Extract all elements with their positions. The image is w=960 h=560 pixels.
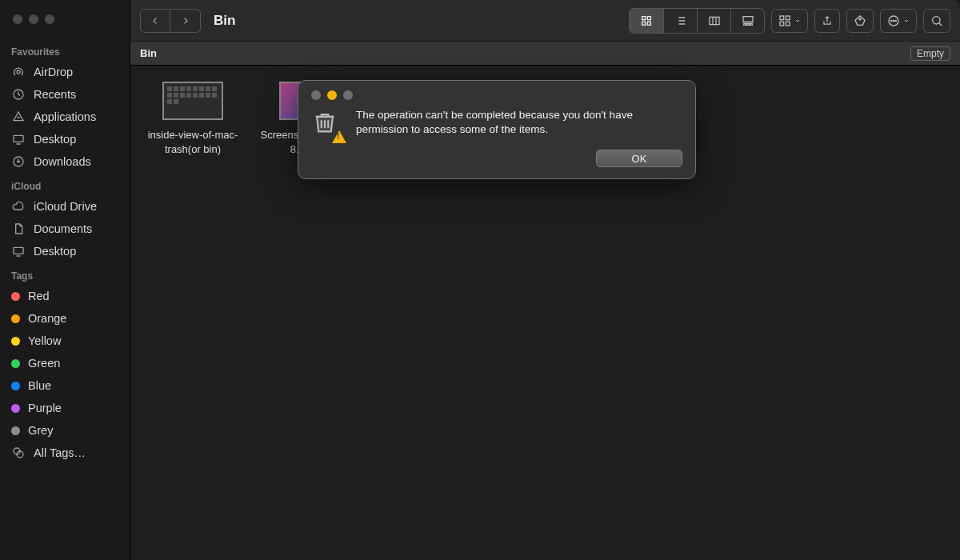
svg-point-25 xyxy=(933,16,940,23)
svg-point-24 xyxy=(895,20,896,21)
permission-error-dialog: The operation can't be completed because… xyxy=(298,80,696,179)
window-traffic-lights xyxy=(0,14,130,38)
action-menu-button[interactable] xyxy=(880,9,917,33)
sidebar-item-desktop-icloud[interactable]: Desktop xyxy=(0,240,130,262)
tag-dot-grey xyxy=(11,426,20,435)
svg-rect-15 xyxy=(750,23,752,25)
ellipsis-circle-icon xyxy=(887,14,900,27)
sidebar-item-label: Orange xyxy=(28,312,66,325)
sidebar-tag-green[interactable]: Green xyxy=(0,352,130,374)
tag-dot-yellow xyxy=(11,337,20,346)
svg-rect-11 xyxy=(710,17,719,24)
svg-rect-18 xyxy=(780,22,784,26)
sidebar-item-desktop[interactable]: Desktop xyxy=(0,128,130,150)
svg-point-20 xyxy=(859,18,861,20)
search-button[interactable] xyxy=(923,9,950,33)
dialog-minimize-icon[interactable] xyxy=(327,90,337,100)
sidebar-section-favourites: Favourites xyxy=(0,38,130,61)
sidebar: Favourites AirDrop Recents Applications … xyxy=(0,0,130,560)
close-window-icon[interactable] xyxy=(13,14,22,24)
ok-button[interactable]: OK xyxy=(596,150,682,167)
sidebar-tag-red[interactable]: Red xyxy=(0,285,130,307)
sidebar-item-label: iCloud Drive xyxy=(34,200,97,213)
svg-point-22 xyxy=(891,20,892,21)
clock-icon xyxy=(11,88,26,101)
dialog-message: The operation can't be completed because… xyxy=(356,108,682,140)
apps-icon xyxy=(11,110,26,123)
sidebar-item-recents[interactable]: Recents xyxy=(0,83,130,106)
svg-rect-12 xyxy=(743,16,753,22)
downloads-icon xyxy=(11,155,26,168)
sidebar-tag-orange[interactable]: Orange xyxy=(0,307,130,330)
svg-rect-2 xyxy=(14,135,23,142)
sidebar-section-tags: Tags xyxy=(0,262,130,285)
view-mode-group xyxy=(629,8,765,34)
chevron-down-icon xyxy=(794,18,801,24)
tag-dot-red xyxy=(11,292,20,301)
view-gallery-button[interactable] xyxy=(730,9,764,33)
file-item[interactable]: inside-view-of-mac-trash(or bin) xyxy=(137,82,249,156)
warning-badge-icon xyxy=(332,130,346,143)
share-icon xyxy=(822,14,833,27)
svg-rect-16 xyxy=(780,16,784,20)
svg-point-0 xyxy=(17,70,20,74)
back-button[interactable] xyxy=(140,9,170,33)
sidebar-item-airdrop[interactable]: AirDrop xyxy=(0,61,130,83)
file-thumbnail xyxy=(162,82,223,120)
view-columns-button[interactable] xyxy=(697,9,730,33)
zoom-window-icon[interactable] xyxy=(45,14,54,24)
view-icons-button[interactable] xyxy=(630,9,663,33)
sidebar-item-label: Recents xyxy=(34,88,76,101)
view-list-button[interactable] xyxy=(663,9,697,33)
forward-button[interactable] xyxy=(170,9,201,33)
svg-rect-8 xyxy=(647,16,650,19)
sidebar-item-label: Yellow xyxy=(28,334,61,347)
minimize-window-icon[interactable] xyxy=(29,14,38,24)
location-bar: Bin Empty xyxy=(130,42,960,66)
trash-warning-icon xyxy=(311,108,343,140)
svg-rect-19 xyxy=(786,22,790,26)
svg-point-23 xyxy=(893,20,894,21)
dialog-close-icon[interactable] xyxy=(311,90,321,100)
sidebar-item-documents[interactable]: Documents xyxy=(0,218,130,240)
sidebar-tag-purple[interactable]: Purple xyxy=(0,397,130,419)
dialog-zoom-icon[interactable] xyxy=(343,90,353,100)
svg-rect-17 xyxy=(786,16,790,20)
documents-icon xyxy=(11,222,26,235)
svg-rect-13 xyxy=(743,23,746,25)
group-icon xyxy=(778,14,791,27)
sidebar-tag-yellow[interactable]: Yellow xyxy=(0,330,130,352)
sidebar-item-label: Blue xyxy=(28,379,51,392)
sidebar-item-label: Documents xyxy=(34,222,92,235)
sidebar-item-downloads[interactable]: Downloads xyxy=(0,150,130,173)
svg-rect-4 xyxy=(14,247,23,254)
toolbar: Bin xyxy=(130,0,960,42)
sidebar-item-label: Downloads xyxy=(34,155,91,168)
sidebar-item-applications[interactable]: Applications xyxy=(0,106,130,128)
group-by-button[interactable] xyxy=(771,9,808,33)
file-name: inside-view-of-mac-trash(or bin) xyxy=(137,128,249,156)
sidebar-tag-blue[interactable]: Blue xyxy=(0,374,130,397)
chevron-down-icon xyxy=(903,18,910,24)
cloud-icon xyxy=(11,200,26,213)
tag-icon xyxy=(854,14,866,27)
empty-bin-button[interactable]: Empty xyxy=(910,46,950,61)
edit-tags-button[interactable] xyxy=(846,9,874,33)
svg-rect-9 xyxy=(642,22,646,25)
sidebar-item-label: Green xyxy=(28,357,60,370)
sidebar-section-icloud: iCloud xyxy=(0,173,130,195)
tag-dot-green xyxy=(11,359,20,368)
sidebar-item-label: Purple xyxy=(28,402,62,414)
all-tags-icon xyxy=(11,446,26,459)
airdrop-icon xyxy=(11,66,26,78)
sidebar-item-icloud-drive[interactable]: iCloud Drive xyxy=(0,195,130,218)
sidebar-all-tags[interactable]: All Tags… xyxy=(0,442,130,464)
share-button[interactable] xyxy=(814,9,840,33)
sidebar-tag-grey[interactable]: Grey xyxy=(0,419,130,442)
svg-rect-10 xyxy=(647,22,650,25)
desktop-icon xyxy=(11,133,26,146)
sidebar-item-label: Applications xyxy=(34,110,96,123)
sidebar-item-label: Desktop xyxy=(34,245,76,258)
location-path: Bin xyxy=(140,47,157,59)
sidebar-item-label: AirDrop xyxy=(34,66,73,78)
